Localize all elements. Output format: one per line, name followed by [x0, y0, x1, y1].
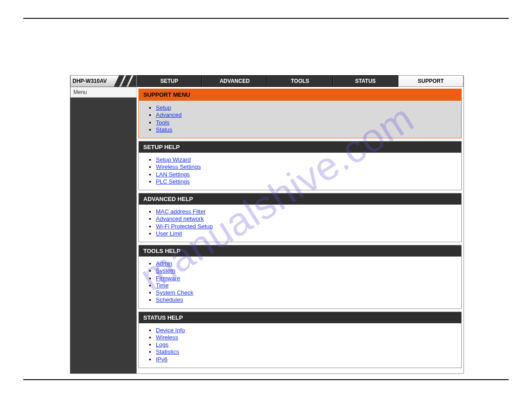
- router-admin-panel: DHP-W310AV SETUP ADVANCED TOOLS STATUS S…: [70, 75, 464, 374]
- list-item: Wireless: [156, 334, 457, 341]
- link-wireless-settings[interactable]: Wireless Settings: [156, 163, 201, 170]
- list-item: Wireless Settings: [156, 163, 457, 171]
- status-help-header: STATUS HELP: [139, 312, 461, 323]
- support-menu-box: SUPPORT MENU Setup Advanced Tools Status: [138, 89, 462, 138]
- link-time[interactable]: Time: [156, 282, 168, 289]
- link-support-status[interactable]: Status: [156, 126, 172, 133]
- status-help-section: STATUS HELP Device Info Wireless Logs St…: [138, 312, 462, 368]
- link-statistics[interactable]: Statistics: [156, 348, 179, 355]
- link-wps[interactable]: Wi-Fi Protected Setup: [156, 223, 213, 230]
- list-item: System Check: [156, 289, 457, 296]
- link-ipv6[interactable]: IPv6: [156, 356, 167, 363]
- list-item: LAN Settings: [156, 171, 457, 178]
- tab-advanced-label: ADVANCED: [219, 78, 249, 84]
- list-item: IPv6: [156, 356, 457, 363]
- tools-help-body: Admin System Firmware Time System Check …: [139, 257, 461, 308]
- tab-status[interactable]: STATUS: [333, 75, 398, 87]
- list-item: System: [156, 267, 457, 274]
- support-menu-body: Setup Advanced Tools Status: [139, 100, 461, 138]
- setup-help-body: Setup Wizard Wireless Settings LAN Setti…: [139, 153, 461, 190]
- model-label: DHP-W310AV: [71, 78, 107, 84]
- tab-tools[interactable]: TOOLS: [267, 75, 333, 87]
- link-support-setup[interactable]: Setup: [156, 104, 171, 111]
- setup-help-header: SETUP HELP: [139, 141, 461, 153]
- tools-help-section: TOOLS HELP Admin System Firmware Time Sy…: [138, 245, 462, 309]
- link-system[interactable]: System: [156, 267, 175, 274]
- bottom-rule: [23, 379, 509, 380]
- body-row: Menu SUPPORT MENU Setup Advanced Tools S…: [70, 87, 463, 373]
- top-rule: [23, 18, 509, 19]
- list-item: Schedules: [156, 296, 457, 304]
- main-nav: DHP-W310AV SETUP ADVANCED TOOLS STATUS S…: [70, 75, 463, 87]
- link-support-tools[interactable]: Tools: [156, 119, 169, 126]
- advanced-help-header: ADVANCED HELP: [139, 193, 461, 205]
- link-logs[interactable]: Logs: [156, 341, 168, 348]
- advanced-help-section: ADVANCED HELP MAC address Filter Advance…: [138, 193, 462, 242]
- link-support-advanced[interactable]: Advanced: [156, 111, 182, 118]
- list-item: Device Info: [156, 327, 457, 334]
- advanced-help-body: MAC address Filter Advanced network Wi-F…: [139, 205, 461, 242]
- tab-setup-label: SETUP: [160, 78, 178, 84]
- list-item: Firmware: [156, 275, 457, 282]
- link-plc-settings[interactable]: PLC Settings: [156, 178, 190, 185]
- list-item: Advanced: [156, 111, 457, 119]
- sidebar-item-menu-label: Menu: [73, 89, 87, 95]
- list-item: Setup Wizard: [156, 156, 457, 163]
- link-firmware[interactable]: Firmware: [156, 275, 180, 282]
- link-mac-filter[interactable]: MAC address Filter: [156, 208, 206, 215]
- list-item: Admin: [156, 260, 457, 267]
- link-lan-settings[interactable]: LAN Settings: [156, 171, 190, 178]
- list-item: Wi-Fi Protected Setup: [156, 223, 457, 230]
- list-item: MAC address Filter: [156, 208, 457, 215]
- list-item: Time: [156, 282, 457, 289]
- tab-status-label: STATUS: [355, 78, 376, 84]
- link-setup-wizard[interactable]: Setup Wizard: [156, 156, 191, 163]
- list-item: Setup: [156, 104, 457, 111]
- status-help-body: Device Info Wireless Logs Statistics IPv…: [139, 323, 461, 368]
- tab-tools-label: TOOLS: [291, 78, 309, 84]
- tab-advanced[interactable]: ADVANCED: [202, 75, 267, 87]
- list-item: Logs: [156, 341, 457, 348]
- list-item: Status: [156, 126, 457, 133]
- tab-setup[interactable]: SETUP: [137, 75, 202, 87]
- content-area: SUPPORT MENU Setup Advanced Tools Status…: [137, 87, 463, 373]
- list-item: Statistics: [156, 348, 457, 355]
- list-item: Advanced network: [156, 215, 457, 223]
- link-wireless[interactable]: Wireless: [156, 334, 178, 341]
- list-item: PLC Settings: [156, 178, 457, 185]
- setup-help-section: SETUP HELP Setup Wizard Wireless Setting…: [138, 141, 462, 190]
- link-admin[interactable]: Admin: [156, 260, 172, 267]
- sidebar: Menu: [70, 87, 137, 373]
- link-user-limit[interactable]: User Limit: [156, 230, 182, 237]
- link-schedules[interactable]: Schedules: [156, 296, 183, 303]
- tools-help-header: TOOLS HELP: [139, 245, 461, 257]
- list-item: User Limit: [156, 230, 457, 237]
- link-system-check[interactable]: System Check: [156, 289, 193, 296]
- sidebar-item-menu[interactable]: Menu: [70, 87, 137, 98]
- tab-support[interactable]: SUPPORT: [398, 75, 463, 87]
- tab-support-label: SUPPORT: [418, 78, 444, 84]
- slash-decoration-icon: [109, 75, 136, 87]
- list-item: Tools: [156, 119, 457, 126]
- link-device-info[interactable]: Device Info: [156, 327, 185, 334]
- model-badge: DHP-W310AV: [70, 75, 137, 87]
- support-menu-header: SUPPORT MENU: [139, 89, 461, 100]
- link-advanced-network[interactable]: Advanced network: [156, 215, 204, 222]
